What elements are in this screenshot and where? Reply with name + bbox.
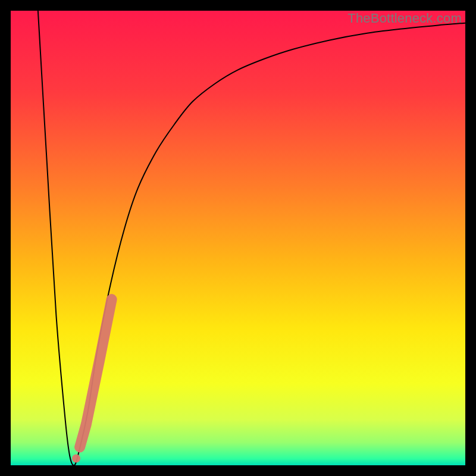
plot-area: TheBottleneck.com (11, 11, 465, 465)
highlight-dot (72, 455, 80, 463)
bottleneck-chart (11, 11, 465, 465)
chart-frame: TheBottleneck.com (0, 0, 476, 476)
gradient-background (11, 11, 465, 465)
